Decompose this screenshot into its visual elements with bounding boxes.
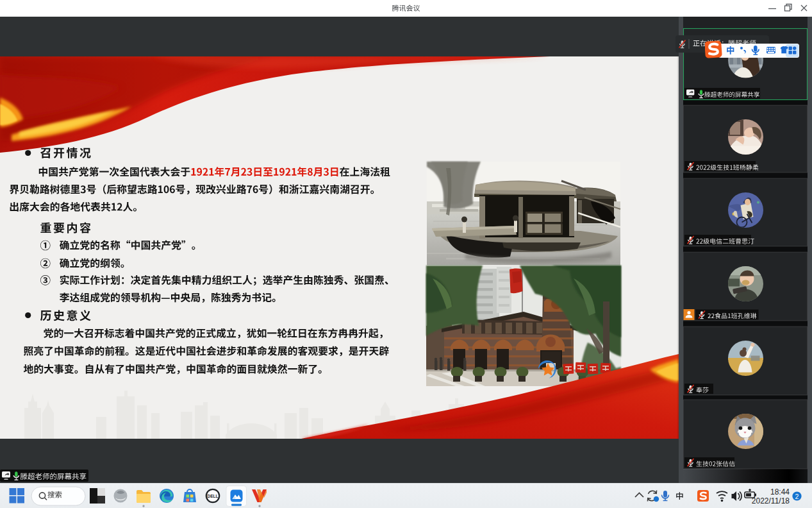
svg-text:2: 2	[795, 493, 799, 500]
svg-text:DELL: DELL	[208, 494, 219, 498]
